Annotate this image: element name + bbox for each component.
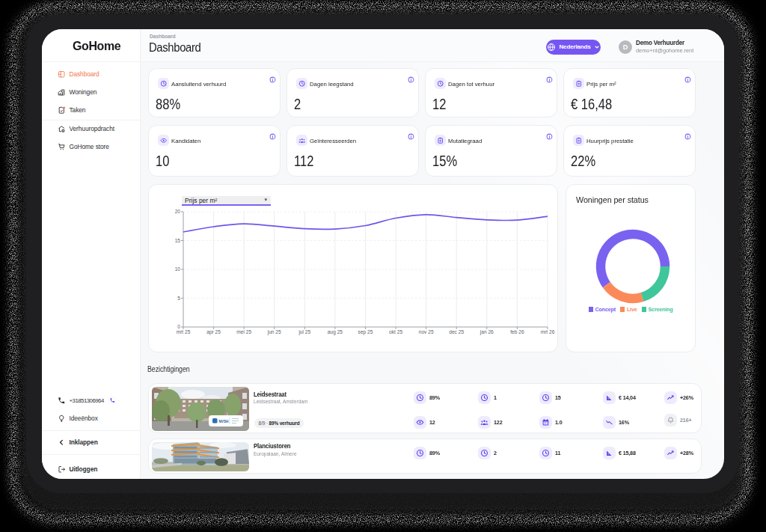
svg-text:mrt 25: mrt 25 (177, 329, 191, 334)
svg-text:jun 25: jun 25 (267, 329, 281, 335)
svg-text:jan 26: jan 26 (479, 329, 494, 335)
svg-text:feb 26: feb 26 (510, 329, 524, 334)
svg-text:mei 25: mei 25 (236, 329, 251, 334)
svg-text:dec 25: dec 25 (449, 329, 464, 334)
svg-text:nov 25: nov 25 (419, 329, 434, 334)
svg-text:okt 25: okt 25 (389, 329, 402, 334)
svg-text:apr 25: apr 25 (206, 329, 221, 335)
svg-text:aug 25: aug 25 (328, 329, 343, 335)
svg-text:mrt 26: mrt 26 (541, 329, 555, 334)
svg-text:jul 25: jul 25 (298, 329, 310, 335)
svg-text:15: 15 (175, 238, 181, 243)
svg-text:10: 10 (175, 266, 181, 272)
svg-text:20: 20 (175, 209, 181, 214)
svg-text:sep 25: sep 25 (358, 329, 373, 335)
svg-text:NVSH: NVSH (219, 420, 229, 424)
svg-text:5: 5 (177, 296, 180, 301)
